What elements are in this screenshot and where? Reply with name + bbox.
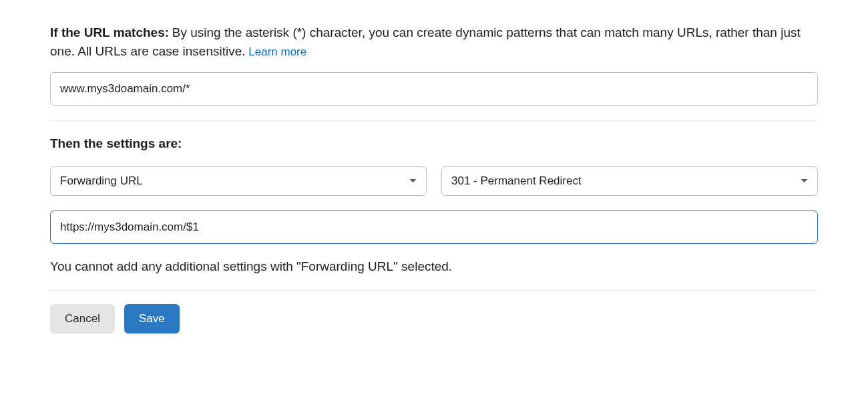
url-match-description: If the URL matches: By using the asteris…	[50, 23, 818, 60]
divider	[50, 290, 818, 291]
caret-down-icon	[801, 178, 808, 183]
divider	[50, 120, 818, 121]
destination-url-input[interactable]	[50, 211, 818, 244]
redirect-type-select-value: 301 - Permanent Redirect	[451, 173, 582, 190]
url-pattern-input[interactable]	[50, 72, 818, 106]
cancel-button[interactable]: Cancel	[50, 304, 115, 333]
forwarding-url-note: You cannot add any additional settings w…	[50, 257, 818, 276]
caret-down-icon	[409, 178, 417, 183]
learn-more-link[interactable]: Learn more	[248, 45, 306, 58]
redirect-type-select[interactable]: 301 - Permanent Redirect	[441, 166, 818, 196]
url-match-heading: If the URL matches:	[50, 25, 169, 39]
setting-type-select-value: Forwarding URL	[60, 173, 143, 190]
save-button[interactable]: Save	[124, 304, 180, 333]
settings-heading: Then the settings are:	[50, 134, 818, 153]
setting-type-select[interactable]: Forwarding URL	[50, 166, 427, 196]
